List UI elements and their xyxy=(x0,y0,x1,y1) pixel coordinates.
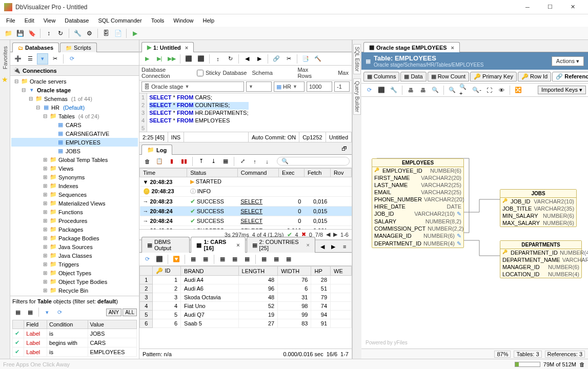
tree-item[interactable]: ⊟📁Oracle servers xyxy=(11,77,138,86)
zoom-icon[interactable]: 🔍 xyxy=(430,85,441,96)
schema-combo[interactable]: ▦HR▼ xyxy=(274,81,305,92)
entity-departments[interactable]: DEPARTMENTSDEPARTMENT_IDNUMBER(4)DEPARTM… xyxy=(500,240,582,278)
gc-icon[interactable]: 🗑 xyxy=(579,361,585,367)
tool-icon[interactable]: 🔧 xyxy=(72,28,83,38)
first-icon[interactable]: ⤒ xyxy=(195,156,207,167)
tab-scripts[interactable]: 📁Scripts xyxy=(60,43,97,52)
reload-diag-icon[interactable]: ⟳ xyxy=(363,85,375,96)
menu-window[interactable]: Window xyxy=(169,16,197,25)
entity-jobs[interactable]: JOBSJOB_IDVARCHAR2(10)JOB_TITLEVARCHAR2(… xyxy=(500,189,577,227)
clear-log-icon[interactable]: 🗑 xyxy=(141,156,153,167)
tree-item[interactable]: ⊞📁Sequences xyxy=(11,190,138,199)
tree-item[interactable]: ⊞📁Functions xyxy=(11,208,138,216)
rollback-icon[interactable]: ↻ xyxy=(55,28,66,38)
cut-icon[interactable]: ✂ xyxy=(49,53,60,65)
filter-all-button[interactable]: ALL xyxy=(123,309,137,316)
up-icon[interactable]: ↑ xyxy=(249,156,260,167)
sql-editor[interactable]: 12345 SELECT * FROM CARS;SELECT * FROM C… xyxy=(139,93,352,132)
imported-keys-combo[interactable]: Imported Keys ▾ xyxy=(538,86,586,94)
actions-button[interactable]: Actions ▾ xyxy=(552,56,584,66)
play-icon[interactable]: ▶ xyxy=(130,28,140,38)
log-row[interactable]: → 20:48:24✔ SUCCESSSELECT00,015 xyxy=(140,207,352,216)
print-icon[interactable]: 🖶 xyxy=(405,85,416,96)
expand-icon[interactable]: ⤢ xyxy=(237,156,248,167)
gear-icon[interactable]: ⚙ xyxy=(84,28,94,38)
script-icon[interactable]: 📄 xyxy=(113,28,123,38)
commit-icon[interactable]: ↕ xyxy=(44,28,54,38)
menu-tools[interactable]: Tools xyxy=(147,16,169,25)
obj-tab-references[interactable]: 🔗References xyxy=(552,72,588,81)
filter-remove-icon[interactable]: ▦ xyxy=(25,306,36,318)
result-tab[interactable]: ▦2: COUNTRIES [25]× xyxy=(247,237,315,253)
log-table[interactable]: TimeStatusCommandExecFetchRov ▼ 20:48:23… xyxy=(139,168,352,230)
tree-item[interactable]: ⊞📁Recycle Bin xyxy=(11,286,138,295)
minimize-button[interactable]: ─ xyxy=(516,0,539,14)
log-row[interactable]: ▼ 20:48:23▶ STARTED xyxy=(140,177,352,187)
obj-tab-data[interactable]: ▦Data xyxy=(400,72,426,81)
result-tab[interactable]: ▦DBMS Output xyxy=(141,237,190,253)
close-button[interactable]: ✕ xyxy=(561,0,584,14)
layout-icon[interactable]: 🔀 xyxy=(513,85,524,96)
copy-log-icon[interactable]: 📋 xyxy=(154,156,165,167)
menu-database[interactable]: Database xyxy=(60,16,93,25)
tree-item[interactable]: ⊞📁Views xyxy=(11,164,138,173)
tree-item[interactable]: ⊟▾Oracle stage xyxy=(11,86,138,94)
tree-item[interactable]: ⊟📁Schemas(1 of 44) xyxy=(11,94,138,103)
filter-row[interactable]: ✔LabelisJOBS xyxy=(13,329,137,338)
run-script-icon[interactable]: ▶▶ xyxy=(166,53,177,65)
tree-item[interactable]: ▦CARS xyxy=(11,120,138,129)
delete-all-icon[interactable]: ▮▮ xyxy=(178,156,190,167)
tree-item[interactable]: ⊞📁Object Types xyxy=(11,269,138,277)
log-search-input[interactable]: 🔍 xyxy=(277,157,350,166)
sql-editor-vtab[interactable]: SQL Editor xyxy=(353,44,361,74)
print2-icon[interactable]: 🖶 xyxy=(417,85,429,96)
down-icon[interactable]: ↓ xyxy=(261,156,273,167)
db-conn-combo[interactable]: 🗄Oracle stage▼ xyxy=(141,81,244,92)
obj-tab-primary-key[interactable]: 🔑Primary Key xyxy=(470,72,517,81)
list-icon[interactable]: ☰ xyxy=(25,53,36,65)
maximize-log-icon[interactable]: 🗗 xyxy=(338,143,350,154)
sticky-checkbox[interactable] xyxy=(197,70,204,76)
grid-row[interactable]: 22Audi A696651 xyxy=(140,284,352,293)
filter-refresh-icon[interactable]: ⟳ xyxy=(54,306,65,318)
tree-item[interactable]: ⊞📁Procedures xyxy=(11,216,138,225)
close-icon[interactable]: × xyxy=(451,45,454,51)
tree-item[interactable]: ⊞📁Java Classes xyxy=(11,251,138,260)
db-tree[interactable]: ⊟📁Oracle servers⊟▾Oracle stage⊟📁Schemas(… xyxy=(10,76,139,296)
nav-left[interactable]: ◀ xyxy=(317,241,328,252)
grid-row[interactable]: 66Saab 5278391 xyxy=(140,319,352,328)
log-row[interactable]: → 20:48:23✔ SUCCESSSELECT00,016 xyxy=(140,197,352,207)
filter-row[interactable]: ✔LabelisEMPLOYEES xyxy=(13,347,137,357)
refresh-icon[interactable]: ⟳ xyxy=(66,53,77,65)
tree-item[interactable]: ⊞📁Synonyms xyxy=(11,173,138,181)
stop-icon[interactable]: ⬛ xyxy=(183,53,194,65)
run-next-icon[interactable]: ▶| xyxy=(154,53,165,65)
tab-databases[interactable]: 🗂Databases xyxy=(12,43,59,52)
grid-row[interactable]: 11Audi A4487628 xyxy=(140,276,352,284)
refresh-grid-icon[interactable]: ⟳ xyxy=(141,254,153,265)
tree-item[interactable]: ⊞📁Object Type Bodies xyxy=(11,277,138,286)
link-icon[interactable]: 🔗 xyxy=(271,53,282,65)
menu-help[interactable]: Help xyxy=(198,16,218,25)
format-icon[interactable]: ▦ xyxy=(188,254,199,265)
diagram-canvas[interactable]: EMPLOYEESEMPLOYEE_IDNUMBER(6)FIRST_NAMEV… xyxy=(361,97,588,348)
entity-employees[interactable]: EMPLOYEESEMPLOYEE_IDNUMBER(6)FIRST_NAMEV… xyxy=(372,158,464,248)
obj-tab-row-id[interactable]: 🔑Row Id xyxy=(518,72,551,81)
prev-row-icon[interactable]: ▦ xyxy=(258,254,270,265)
overview-icon[interactable]: 👁 xyxy=(496,85,507,96)
commit-sql-icon[interactable]: ↕ xyxy=(212,53,224,65)
stop-log-icon[interactable]: ▦ xyxy=(220,156,231,167)
maxrows-input[interactable]: 1000 xyxy=(307,81,332,92)
add-tab-icon[interactable]: 📑 xyxy=(300,53,311,65)
config-diag-icon[interactable]: 🔧 xyxy=(388,85,399,96)
result-grid[interactable]: 🔑 IDBRANDLENGTHWIDTHHPWE 11Audi A4487628… xyxy=(139,266,352,328)
log-row[interactable]: → 20:48:24✔ SUCCESSSELECT00,015 xyxy=(140,216,352,226)
fit-icon[interactable]: ▦ xyxy=(200,254,211,265)
tree-item[interactable]: ⊞📁Indexes xyxy=(11,181,138,190)
menu-view[interactable]: View xyxy=(39,16,60,25)
favorites-tab[interactable]: Favorites xyxy=(1,44,9,71)
new-conn-icon[interactable]: ➕ xyxy=(12,53,24,65)
zoomin-icon[interactable]: 🔍+ xyxy=(459,85,470,96)
obj-tab-columns[interactable]: ▦Columns xyxy=(363,72,399,81)
result-tab[interactable]: ▦1: CARS [16]× xyxy=(191,237,245,253)
